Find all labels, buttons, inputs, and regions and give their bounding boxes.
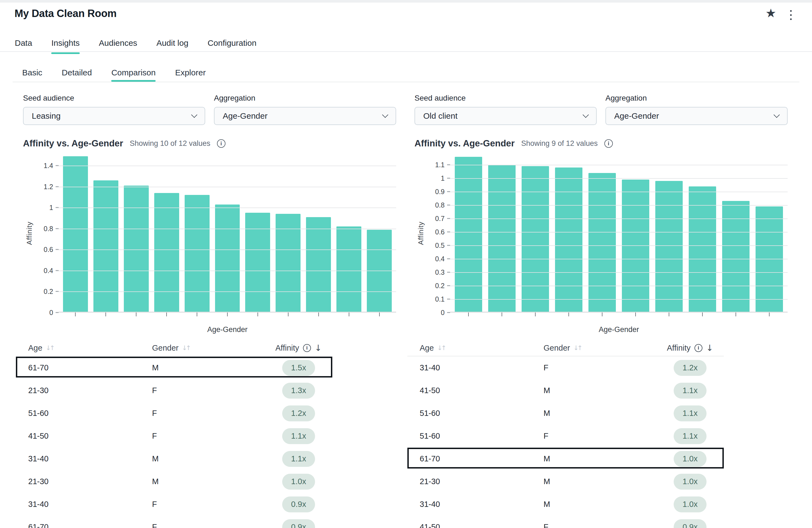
affinity-bar[interactable] (154, 193, 179, 313)
gender-cell: M (543, 477, 656, 486)
subtab-comparison[interactable]: Comparison (111, 68, 156, 78)
affinity-bar[interactable] (63, 156, 88, 313)
sort-toggle-icon[interactable]: ↓↑ (574, 344, 583, 352)
affinity-bar[interactable] (522, 166, 549, 313)
affinity-bar[interactable] (455, 157, 482, 313)
chart-header: Affinity vs. Age-Gender Showing 9 of 12 … (415, 137, 788, 150)
y-tick-0.8: 0.8 (435, 201, 450, 209)
table-row[interactable]: 61-70F0.9x (16, 516, 332, 528)
affinity-badge: 1.5x (282, 360, 315, 376)
table-row[interactable]: 41-50M1.1x (407, 379, 724, 402)
column-header-gender[interactable]: Gender↓↑ (152, 343, 265, 353)
gridline (450, 299, 788, 300)
affinity-badge: 0.9x (674, 519, 707, 528)
affinity-bar[interactable] (555, 168, 582, 313)
bar-slot (652, 154, 686, 313)
x-tick (121, 313, 151, 317)
aggregation-label: Aggregation (606, 94, 788, 102)
age-cell: 31-40 (420, 500, 543, 509)
aggregation-control: Aggregation Age-Gender (606, 94, 788, 125)
gender-cell: F (152, 500, 265, 509)
x-axis-label: Age-Gender (59, 325, 396, 334)
table-row[interactable]: 51-60M1.1x (407, 402, 724, 425)
seed-audience-label: Seed audience (415, 94, 597, 102)
seed-audience-select[interactable]: Leasing (23, 107, 205, 125)
affinity-bar[interactable] (336, 226, 361, 313)
gender-cell: M (152, 363, 265, 372)
affinity-bar[interactable] (93, 181, 118, 313)
subtab-explorer[interactable]: Explorer (175, 68, 206, 78)
table-row[interactable]: 31-40M1.0x (407, 493, 724, 516)
gender-cell: M (152, 454, 265, 463)
affinity-bar[interactable] (124, 186, 149, 313)
x-tick (619, 313, 652, 317)
more-options-kebab-icon[interactable] (790, 10, 792, 20)
sort-descending-icon[interactable]: ↓ (315, 343, 322, 353)
y-tick-0: 0 (441, 309, 450, 317)
tab-insights[interactable]: Insights (51, 38, 79, 51)
subtab-basic[interactable]: Basic (22, 68, 42, 78)
info-icon[interactable]: i (303, 344, 311, 352)
table-row[interactable]: 51-60F1.1x (407, 425, 724, 447)
sort-toggle-icon[interactable]: ↓↑ (182, 344, 191, 352)
affinity-bar[interactable] (245, 213, 270, 313)
table-row[interactable]: 31-40F1.2x (407, 356, 724, 379)
affinity-bar[interactable] (185, 195, 209, 313)
table-row[interactable]: 41-50F1.1x (16, 425, 332, 447)
x-tick (182, 313, 212, 317)
table-row[interactable]: 51-60F1.2x (16, 402, 332, 425)
x-axis-tick-marks (59, 313, 396, 317)
table-row[interactable]: 21-30M1.0x (16, 470, 332, 493)
affinity-bar[interactable] (655, 181, 683, 313)
age-cell: 21-30 (420, 477, 543, 486)
table-row[interactable]: 31-40M1.1x (16, 447, 332, 470)
tab-configuration[interactable]: Configuration (208, 38, 257, 51)
aggregation-select[interactable]: Age-Gender (214, 107, 396, 125)
subtab-detailed[interactable]: Detailed (62, 68, 92, 78)
tab-audiences[interactable]: Audiences (99, 38, 137, 51)
table-row-highlighted[interactable]: 61-70M1.5x (16, 356, 332, 379)
table-row-highlighted[interactable]: 61-70M1.0x (407, 447, 724, 470)
affinity-cell: 1.3x (265, 383, 332, 399)
seed-audience-control: Seed audience Leasing (23, 94, 205, 125)
info-icon[interactable]: i (604, 139, 613, 148)
aggregation-select[interactable]: Age-Gender (606, 107, 788, 125)
affinity-bar[interactable] (215, 204, 240, 313)
affinity-bar[interactable] (622, 180, 649, 313)
table-row[interactable]: 31-40F0.9x (16, 493, 332, 516)
controls-row: Seed audience Old client Aggregation Age… (415, 94, 788, 125)
affinity-cell: 0.9x (656, 519, 724, 528)
sort-toggle-icon[interactable]: ↓↑ (46, 344, 55, 352)
bars-container (59, 154, 396, 313)
tab-audit-log[interactable]: Audit log (156, 38, 188, 51)
affinity-badge: 1.0x (674, 451, 707, 467)
x-tick (485, 313, 519, 317)
column-header-age[interactable]: Age↓↑ (28, 343, 152, 353)
chevron-down-icon (191, 112, 198, 118)
seed-audience-select[interactable]: Old client (415, 107, 597, 125)
info-icon[interactable]: i (217, 139, 226, 148)
table-row[interactable]: 21-30F1.3x (16, 379, 332, 402)
column-header-affinity[interactable]: Affinity i ↓ (265, 343, 332, 353)
seed-audience-value: Old client (423, 111, 458, 120)
column-header-affinity[interactable]: Affinity i ↓ (656, 343, 724, 353)
affinity-badge: 1.1x (282, 428, 315, 444)
sort-descending-icon[interactable]: ↓ (706, 343, 713, 353)
affinity-bar[interactable] (306, 217, 331, 313)
affinity-bar[interactable] (756, 206, 783, 313)
table-row[interactable]: 41-50F0.9x (407, 516, 724, 528)
table-body: 31-40F1.2x41-50M1.1x51-60M1.1x51-60F1.1x… (407, 356, 724, 528)
table-row[interactable]: 21-30M1.0x (407, 470, 724, 493)
tab-data[interactable]: Data (15, 38, 32, 51)
affinity-bar[interactable] (488, 165, 516, 313)
column-header-age[interactable]: Age↓↑ (420, 343, 543, 353)
y-tick-0.2: 0.2 (435, 282, 450, 290)
info-icon[interactable]: i (695, 344, 702, 352)
affinity-bar[interactable] (722, 201, 750, 313)
gender-cell: F (152, 523, 265, 528)
bar-chart: Affinity 00.10.20.30.40.50.60.70.80.911.… (415, 154, 788, 313)
column-header-gender[interactable]: Gender↓↑ (543, 343, 656, 353)
favorite-star-icon[interactable]: ★ (765, 7, 776, 19)
sort-toggle-icon[interactable]: ↓↑ (437, 344, 447, 352)
affinity-bar[interactable] (589, 173, 616, 313)
